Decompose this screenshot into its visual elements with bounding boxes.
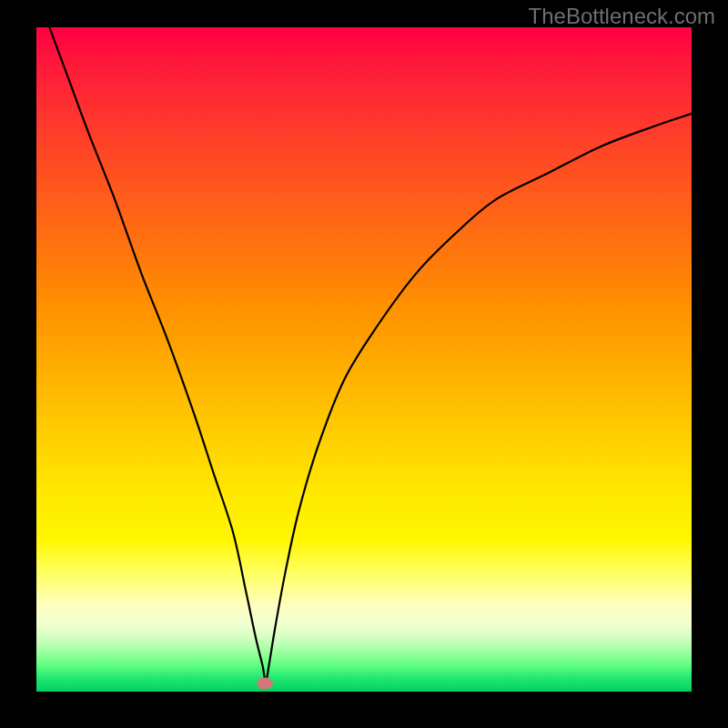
optimal-point-marker — [257, 677, 273, 689]
chart-container: TheBottleneck.com — [0, 0, 728, 728]
bottleneck-curve — [49, 27, 692, 682]
plot-area — [36, 27, 692, 692]
watermark-text: TheBottleneck.com — [529, 4, 715, 29]
curve-svg — [36, 27, 692, 692]
